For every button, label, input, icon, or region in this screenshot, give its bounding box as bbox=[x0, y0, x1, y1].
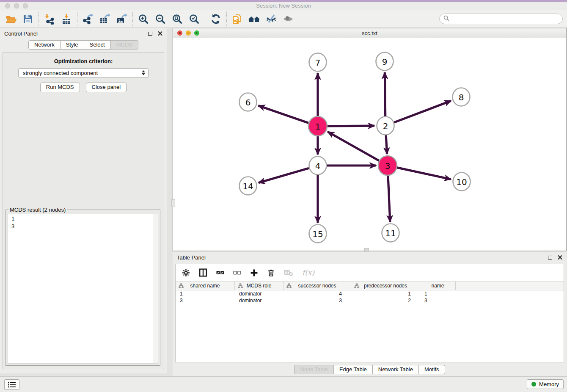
status-bar: Memory bbox=[0, 376, 567, 392]
table-cell[interactable]: 2 bbox=[351, 297, 420, 304]
home-icon[interactable] bbox=[248, 12, 261, 26]
table-row[interactable]: 1dominator411 bbox=[176, 290, 564, 297]
show-all-icon[interactable] bbox=[281, 12, 295, 26]
column-header-name[interactable]: name bbox=[420, 282, 456, 290]
graph-node-14[interactable]: 14 bbox=[239, 177, 257, 195]
zoom-out-icon[interactable] bbox=[154, 12, 167, 26]
zoom-fit-icon[interactable] bbox=[171, 12, 184, 26]
search-input[interactable] bbox=[452, 15, 559, 22]
graph-node-1[interactable]: 1 bbox=[308, 116, 327, 136]
open-session-icon[interactable] bbox=[4, 12, 18, 26]
svg-text:15: 15 bbox=[312, 229, 323, 239]
table-cell[interactable]: 3 bbox=[176, 297, 235, 304]
table-cell[interactable]: 3 bbox=[420, 297, 456, 304]
table-cell[interactable]: 4 bbox=[284, 290, 351, 297]
graph-node-4[interactable]: 4 bbox=[309, 157, 327, 175]
column-header-shared-name[interactable]: shared name bbox=[176, 282, 235, 290]
table-cell[interactable]: dominator bbox=[235, 297, 284, 304]
zoom-in-icon[interactable] bbox=[137, 12, 150, 26]
svg-text:11: 11 bbox=[385, 228, 396, 238]
tab-motifs[interactable]: Motifs bbox=[419, 365, 445, 374]
run-mcds-button[interactable]: Run MCDS bbox=[40, 83, 80, 92]
network-close-button[interactable] bbox=[177, 30, 182, 36]
result-scrollbar[interactable] bbox=[153, 214, 158, 363]
network-view-window: scc.txt 7968124314101511 bbox=[173, 28, 567, 251]
table-cell[interactable]: 1 bbox=[420, 290, 456, 297]
table-cell[interactable]: dominator bbox=[235, 290, 284, 297]
graph-node-11[interactable]: 11 bbox=[382, 224, 399, 242]
export-table-icon[interactable] bbox=[98, 12, 112, 26]
float-panel-icon[interactable] bbox=[148, 32, 152, 36]
tab-node-table[interactable]: Node Table bbox=[294, 365, 334, 374]
graph-edge-1-2[interactable] bbox=[328, 126, 374, 126]
graph-edge-2-3[interactable] bbox=[386, 135, 387, 154]
float-table-panel-icon[interactable] bbox=[548, 256, 552, 259]
graph-edge-2-8[interactable] bbox=[394, 101, 451, 122]
hide-selected-icon[interactable] bbox=[264, 12, 278, 26]
memory-button[interactable]: Memory bbox=[527, 379, 564, 389]
unselect-all-columns-icon[interactable] bbox=[233, 269, 241, 277]
graph-edge-1-6[interactable] bbox=[259, 105, 309, 123]
column-header-MCDS-role[interactable]: MCDS role bbox=[235, 282, 284, 290]
toolbar-separator bbox=[226, 12, 227, 26]
table-cell[interactable]: 1 bbox=[351, 290, 420, 297]
import-network-icon[interactable] bbox=[43, 12, 56, 26]
svg-text:6: 6 bbox=[245, 97, 251, 108]
graph-node-6[interactable]: 6 bbox=[239, 93, 257, 111]
delete-column-icon[interactable] bbox=[267, 269, 275, 277]
table-cell[interactable]: 3 bbox=[284, 297, 351, 304]
settings-gear-icon[interactable] bbox=[182, 269, 190, 277]
search-icon bbox=[443, 15, 449, 23]
tab-select[interactable]: Select bbox=[84, 40, 111, 50]
close-panel-icon[interactable] bbox=[158, 31, 162, 36]
tab-network[interactable]: Network bbox=[28, 40, 61, 50]
close-table-panel-icon[interactable] bbox=[558, 255, 562, 260]
tab-mcds[interactable]: MCDS bbox=[111, 40, 138, 50]
splitter-handle-bottom[interactable] bbox=[364, 248, 369, 252]
graph-node-15[interactable]: 15 bbox=[309, 225, 327, 243]
graph-node-3[interactable]: 3 bbox=[378, 156, 397, 175]
close-panel-button[interactable]: Close panel bbox=[86, 83, 127, 92]
zoom-selected-icon[interactable] bbox=[187, 12, 201, 26]
graph-edge-3-11[interactable] bbox=[388, 175, 390, 222]
table-cell[interactable]: 1 bbox=[176, 290, 235, 297]
network-minimize-button[interactable] bbox=[186, 30, 191, 36]
toolbar-separator bbox=[77, 12, 77, 26]
column-header-successor-nodes[interactable]: successor nodes bbox=[284, 282, 351, 290]
graph-edge-2-9[interactable] bbox=[385, 72, 385, 116]
delete-table-icon[interactable] bbox=[284, 269, 293, 276]
graph-node-8[interactable]: 8 bbox=[453, 88, 470, 106]
column-header-predecessor-nodes[interactable]: predecessor nodes bbox=[351, 282, 420, 290]
save-session-icon[interactable] bbox=[21, 12, 35, 26]
column-label: predecessor nodes bbox=[364, 283, 407, 289]
refresh-icon[interactable] bbox=[209, 12, 223, 26]
graph-node-10[interactable]: 10 bbox=[453, 173, 471, 191]
graph-edge-3-10[interactable] bbox=[397, 168, 451, 179]
graph-edge-4-14[interactable] bbox=[259, 168, 309, 183]
table-row[interactable]: 3dominator323 bbox=[176, 297, 564, 304]
graph-node-2[interactable]: 2 bbox=[377, 117, 394, 135]
graph-edge-3-1[interactable] bbox=[328, 132, 379, 160]
select-all-columns-icon[interactable] bbox=[216, 269, 224, 277]
search-field[interactable] bbox=[439, 14, 563, 24]
add-column-icon[interactable] bbox=[250, 269, 258, 277]
mcds-result-box[interactable]: 1 3 bbox=[8, 214, 158, 364]
tab-edge-table[interactable]: Edge Table bbox=[334, 365, 373, 374]
function-builder-icon[interactable]: f(x) bbox=[302, 268, 314, 277]
export-image-icon[interactable] bbox=[115, 12, 129, 26]
control-panel-title: Control Panel bbox=[4, 30, 143, 37]
splitter-handle-left[interactable] bbox=[171, 199, 175, 207]
svg-text:2: 2 bbox=[383, 121, 388, 131]
graph-node-7[interactable]: 7 bbox=[309, 53, 327, 72]
duplicate-network-icon[interactable] bbox=[231, 12, 244, 26]
network-canvas[interactable]: 7968124314101511 bbox=[173, 38, 566, 251]
criterion-select[interactable]: strongly connected component bbox=[18, 68, 149, 78]
task-history-button[interactable] bbox=[4, 379, 19, 390]
tab-network-table[interactable]: Network Table bbox=[373, 365, 419, 374]
export-network-icon[interactable] bbox=[81, 12, 95, 26]
column-layout-icon[interactable] bbox=[199, 268, 207, 277]
network-maximize-button[interactable] bbox=[194, 30, 199, 36]
graph-node-9[interactable]: 9 bbox=[376, 52, 394, 71]
import-table-icon[interactable] bbox=[60, 12, 73, 26]
tab-style[interactable]: Style bbox=[61, 40, 84, 50]
